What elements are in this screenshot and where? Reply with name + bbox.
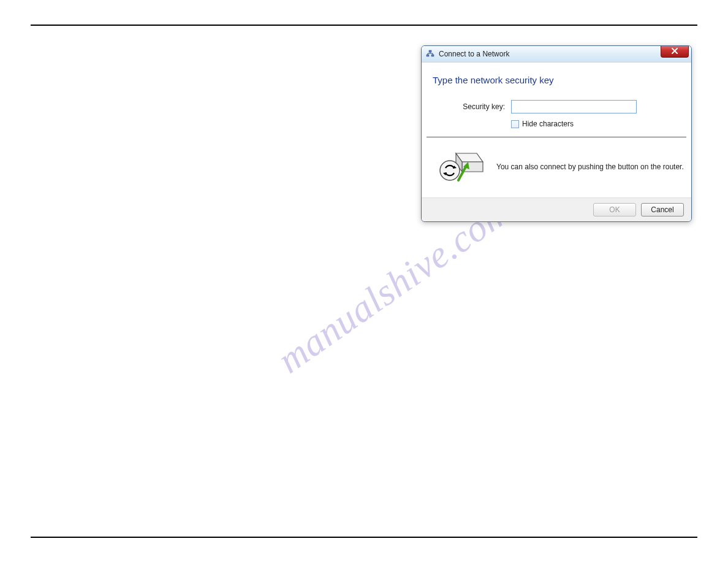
close-icon [671, 47, 678, 55]
dialog-body: Type the network security key Security k… [422, 63, 691, 128]
wps-message: You can also connect by pushing the butt… [484, 162, 684, 172]
security-key-input[interactable] [511, 100, 637, 113]
svg-rect-2 [429, 50, 431, 52]
network-icon [425, 49, 435, 59]
ok-button-label: OK [609, 205, 620, 214]
cancel-button[interactable]: Cancel [641, 203, 684, 216]
hide-characters-checkbox[interactable] [511, 120, 519, 128]
security-key-label: Security key: [433, 102, 511, 111]
svg-rect-1 [431, 55, 434, 56]
hide-characters-row[interactable]: Hide characters [511, 120, 680, 128]
svg-point-7 [440, 161, 460, 180]
dialog-titlebar[interactable]: Connect to a Network [422, 46, 691, 63]
security-key-row: Security key: [433, 100, 680, 113]
page-bottom-rule [31, 537, 697, 538]
connect-network-dialog: Connect to a Network Type the network se… [421, 45, 692, 222]
ok-button[interactable]: OK [593, 203, 636, 216]
dialog-heading: Type the network security key [433, 75, 680, 85]
hide-characters-label: Hide characters [522, 120, 574, 128]
wps-section: You can also connect by pushing the butt… [422, 137, 691, 197]
dialog-title: Connect to a Network [439, 50, 509, 58]
cancel-button-label: Cancel [651, 205, 673, 214]
wps-router-icon [439, 148, 484, 185]
close-button[interactable] [661, 45, 689, 58]
page-top-rule [31, 25, 697, 26]
dialog-button-bar: OK Cancel [422, 197, 691, 221]
svg-rect-0 [427, 55, 429, 56]
